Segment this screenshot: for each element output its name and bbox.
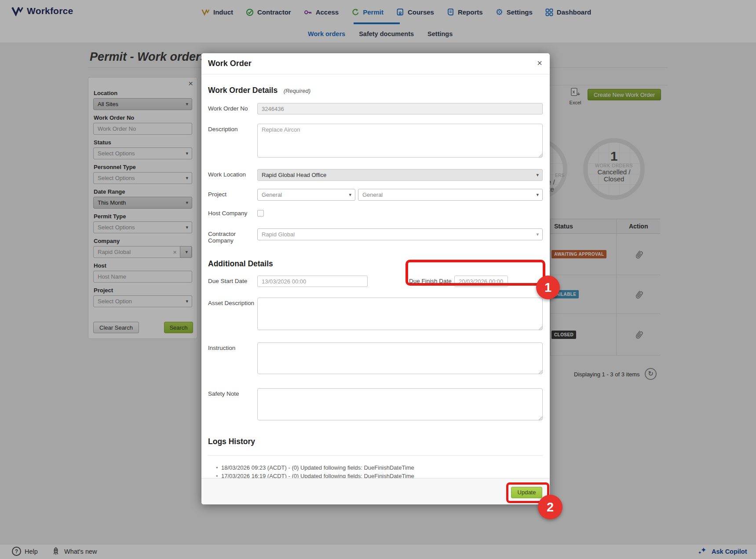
field-label-instruction: Instruction bbox=[208, 342, 257, 376]
section-work-order-details: Work Order Details bbox=[208, 86, 278, 95]
work-location-value: Rapid Global Head Office bbox=[262, 172, 326, 178]
modal-footer: Update bbox=[201, 478, 550, 504]
field-label-description: Description bbox=[208, 124, 257, 159]
project-value-2: General bbox=[362, 191, 383, 198]
chevron-down-icon bbox=[536, 172, 539, 177]
field-label-asset-description: Asset Description bbox=[208, 298, 257, 332]
contractor-company-value: Rapid Global bbox=[262, 231, 295, 238]
project-select-2[interactable]: General bbox=[358, 189, 543, 201]
instruction-textarea[interactable] bbox=[257, 342, 543, 374]
project-select-1[interactable]: General bbox=[257, 189, 355, 201]
field-label-host-company: Host Company bbox=[208, 210, 257, 217]
chevron-down-icon bbox=[349, 191, 351, 197]
due-start-date-input[interactable] bbox=[257, 276, 368, 287]
safety-note-textarea[interactable] bbox=[257, 388, 543, 420]
field-label-work-order-no: Work Order No bbox=[208, 103, 257, 114]
work-order-no-input bbox=[257, 103, 543, 114]
modal-title: Work Order bbox=[208, 59, 252, 68]
field-label-project: Project bbox=[208, 189, 257, 201]
required-note: (Required) bbox=[284, 88, 310, 94]
app-root: Workforce Induct Contractor bbox=[0, 0, 756, 559]
description-textarea[interactable]: Replace Aircon bbox=[257, 124, 543, 158]
section-logs-history: Logs History bbox=[208, 437, 543, 446]
asset-description-textarea[interactable] bbox=[257, 298, 543, 330]
contractor-company-select[interactable]: Rapid Global bbox=[257, 228, 543, 240]
chevron-down-icon bbox=[536, 231, 539, 237]
project-value-1: General bbox=[262, 191, 282, 198]
chevron-down-icon bbox=[536, 191, 539, 197]
field-label-contractor-company: Contractor Company bbox=[208, 228, 257, 244]
modal-header: Work Order bbox=[201, 53, 550, 74]
field-label-safety-note: Safety Note bbox=[208, 388, 257, 422]
logs-divider bbox=[208, 455, 543, 456]
field-label-work-location: Work Location bbox=[208, 169, 257, 181]
annotation-box-due-finish bbox=[405, 260, 545, 286]
field-label-due-start-date: Due Start Date bbox=[208, 276, 257, 287]
annotation-step-2: 2 bbox=[538, 495, 562, 519]
work-location-select[interactable]: Rapid Global Head Office bbox=[257, 169, 543, 181]
log-entry: 18/03/2026 09:23 (ACDT) - (0) Updated fo… bbox=[216, 463, 543, 472]
annotation-step-1: 1 bbox=[536, 276, 560, 299]
close-icon[interactable] bbox=[537, 58, 542, 68]
host-company-checkbox[interactable] bbox=[257, 210, 264, 217]
